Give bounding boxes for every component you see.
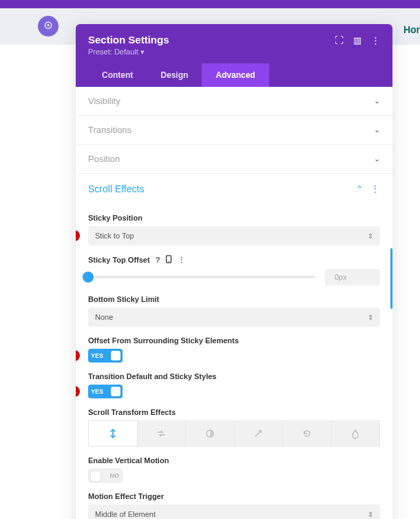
select-arrows-icon: ⇕ [368, 511, 373, 518]
effect-rotate[interactable] [283, 420, 332, 447]
effect-fade[interactable] [186, 420, 235, 447]
toggle-knob [91, 471, 101, 481]
toggle-yes-label: YES [91, 388, 103, 395]
tab-design[interactable]: Design [147, 63, 202, 87]
panel-tabs: Content Design Advanced [88, 63, 380, 87]
bottom-sticky-limit-value: None [95, 313, 113, 321]
accordion-transitions[interactable]: Transitions ⌄ [76, 116, 392, 145]
accordion-position-label: Position [88, 154, 120, 164]
effect-scale[interactable] [235, 420, 284, 447]
scroll-effects-title: Scroll Effects [88, 183, 144, 194]
transition-default-toggle[interactable]: YES [88, 385, 123, 398]
settings-panel: Section Settings Preset: Default ▾ ⛶ ▥ ⋮… [76, 24, 392, 519]
bottom-sticky-limit-select[interactable]: None ⇕ [88, 307, 380, 327]
svg-point-3 [169, 261, 169, 262]
scroll-effects-header[interactable]: Scroll Effects ⌃ ⋮ [76, 174, 392, 204]
scroll-transform-label: Scroll Transform Effects [88, 408, 380, 416]
offset-surrounding-label: Offset From Surrounding Sticky Elements [88, 336, 380, 345]
select-arrows-icon: ⇕ [368, 232, 373, 240]
chevron-down-icon: ⌄ [374, 96, 380, 105]
select-arrows-icon: ⇕ [368, 314, 373, 321]
sticky-position-select[interactable]: Stick to Top ⇕ [88, 226, 380, 245]
enable-vertical-motion-toggle[interactable]: NO [88, 469, 123, 482]
motion-effect-trigger-value: Middle of Element [95, 510, 156, 518]
chevron-down-icon: ⌄ [374, 125, 380, 134]
transition-default-label: Transition Default and Sticky Styles [88, 372, 380, 380]
accordion-visibility-label: Visibility [88, 96, 120, 106]
toggle-yes-label: YES [91, 352, 103, 359]
annotation-badge-3: 3 [76, 386, 80, 397]
section-more-icon[interactable]: ⋮ [370, 183, 380, 194]
mobile-icon[interactable] [165, 255, 172, 265]
sticky-offset-value[interactable]: 0px [325, 269, 380, 285]
chevron-up-icon[interactable]: ⌃ [356, 184, 364, 194]
panel-title: Section Settings [88, 34, 169, 45]
accordion-position[interactable]: Position ⌄ [76, 145, 392, 174]
bottom-sticky-limit-label: Bottom Sticky Limit [88, 295, 380, 303]
help-icon[interactable]: ? [156, 256, 160, 264]
sticky-offset-slider[interactable] [88, 276, 315, 278]
enable-vertical-motion-label: Enable Vertical Motion [88, 456, 380, 465]
effect-vertical-motion[interactable] [88, 420, 138, 447]
slider-thumb[interactable] [83, 272, 94, 283]
toggle-no-label: NO [110, 472, 120, 479]
chevron-down-icon: ⌄ [374, 154, 380, 163]
toggle-knob [111, 351, 120, 360]
effect-blur[interactable] [332, 420, 381, 447]
accordion-transitions-label: Transitions [88, 125, 132, 135]
sticky-top-offset-text: Sticky Top Offset [88, 256, 150, 264]
map-pin-icon [43, 21, 54, 32]
more-icon[interactable]: ⋮ [371, 35, 380, 45]
motion-effect-trigger-label: Motion Effect Trigger [88, 492, 380, 500]
sticky-position-label: Sticky Position [88, 214, 380, 222]
expand-icon[interactable]: ⛶ [335, 35, 344, 45]
panel-header: Section Settings Preset: Default ▾ ⛶ ▥ ⋮… [76, 24, 392, 87]
tab-content[interactable]: Content [88, 63, 147, 87]
svg-point-1 [47, 24, 49, 26]
columns-icon[interactable]: ▥ [353, 35, 361, 45]
scroll-effects-body: Sticky Position 1 Stick to Top ⇕ Sticky … [76, 214, 392, 519]
top-purple-strip [0, 0, 420, 8]
sticky-position-value: Stick to Top [95, 232, 134, 240]
panel-preset[interactable]: Preset: Default ▾ [88, 48, 169, 57]
effect-horizontal-motion[interactable] [138, 420, 187, 447]
more-icon[interactable]: ⋮ [178, 256, 185, 265]
toggle-knob [111, 387, 120, 396]
sticky-top-offset-label: Sticky Top Offset ? ⋮ [88, 255, 380, 265]
tab-advanced[interactable]: Advanced [202, 63, 269, 87]
scroll-transform-tabs [88, 420, 380, 447]
offset-surrounding-toggle[interactable]: YES [88, 349, 123, 363]
site-logo-avatar[interactable] [38, 16, 59, 37]
motion-effect-trigger-select[interactable]: Middle of Element ⇕ [88, 505, 380, 519]
nav-home-link[interactable]: Hor [403, 24, 420, 35]
annotation-badge-2: 2 [76, 350, 80, 361]
accordion-visibility[interactable]: Visibility ⌄ [76, 87, 392, 116]
annotation-badge-1: 1 [76, 230, 80, 241]
